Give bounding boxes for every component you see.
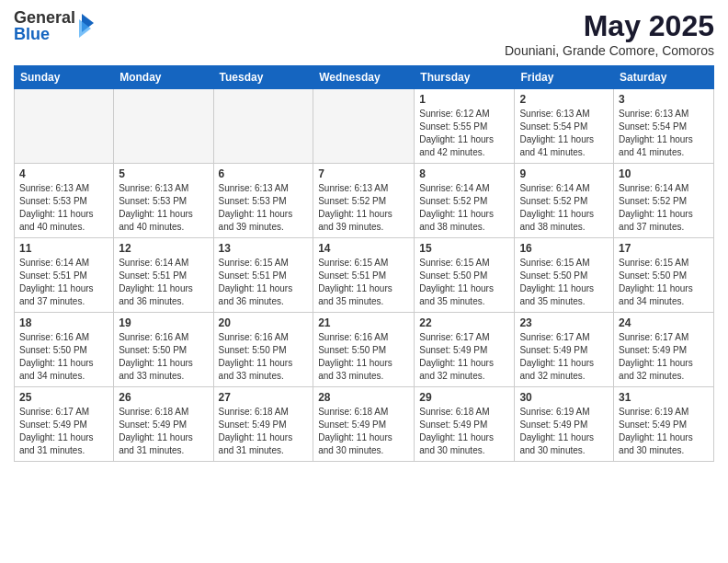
cell-content: Sunrise: 6:13 AM Sunset: 5:53 PM Dayligh… — [219, 182, 309, 234]
calendar-week-row: 1 Sunrise: 6:12 AM Sunset: 5:55 PM Dayli… — [15, 89, 714, 164]
sunrise-label: Sunrise: 6:18 AM — [119, 407, 188, 417]
cell-content: Sunrise: 6:19 AM Sunset: 5:49 PM Dayligh… — [619, 406, 709, 457]
sunset-label: Sunset: 5:53 PM — [219, 196, 287, 206]
daylight-label: Daylight: 11 hours and 37 minutes. — [619, 209, 693, 232]
calendar-week-row: 25 Sunrise: 6:17 AM Sunset: 5:49 PM Dayl… — [15, 387, 714, 462]
sunrise-label: Sunrise: 6:14 AM — [519, 183, 589, 193]
sunrise-label: Sunrise: 6:13 AM — [318, 183, 388, 193]
cell-content: Sunrise: 6:14 AM Sunset: 5:52 PM Dayligh… — [519, 182, 609, 234]
day-number: 19 — [119, 316, 208, 329]
day-number: 14 — [318, 242, 409, 255]
calendar-cell: 14 Sunrise: 6:15 AM Sunset: 5:51 PM Dayl… — [313, 238, 415, 313]
sunrise-label: Sunrise: 6:14 AM — [419, 183, 489, 193]
sunset-label: Sunset: 5:49 PM — [619, 345, 687, 355]
cell-content: Sunrise: 6:14 AM Sunset: 5:52 PM Dayligh… — [419, 182, 509, 234]
sunrise-label: Sunrise: 6:12 AM — [419, 109, 489, 119]
day-number: 30 — [519, 391, 609, 404]
sunrise-label: Sunrise: 6:18 AM — [318, 407, 388, 417]
daylight-label: Daylight: 11 hours and 42 minutes. — [419, 134, 494, 157]
calendar-cell: 12 Sunrise: 6:14 AM Sunset: 5:51 PM Dayl… — [114, 238, 213, 313]
sunrise-label: Sunrise: 6:13 AM — [119, 183, 188, 193]
sunset-label: Sunset: 5:49 PM — [318, 419, 386, 430]
calendar-cell — [313, 89, 415, 164]
daylight-label: Daylight: 11 hours and 31 minutes. — [219, 432, 293, 455]
cell-content: Sunrise: 6:17 AM Sunset: 5:49 PM Dayligh… — [519, 331, 609, 383]
cell-content: Sunrise: 6:15 AM Sunset: 5:51 PM Dayligh… — [219, 257, 309, 308]
cell-content: Sunrise: 6:13 AM Sunset: 5:54 PM Dayligh… — [519, 108, 609, 159]
sunrise-label: Sunrise: 6:13 AM — [619, 109, 688, 119]
daylight-label: Daylight: 11 hours and 31 minutes. — [119, 432, 193, 455]
sunset-label: Sunset: 5:51 PM — [19, 270, 87, 281]
day-number: 28 — [318, 391, 409, 404]
sunset-label: Sunset: 5:50 PM — [318, 345, 386, 355]
day-number: 17 — [619, 242, 709, 255]
sunrise-label: Sunrise: 6:14 AM — [119, 258, 188, 268]
daylight-label: Daylight: 11 hours and 32 minutes. — [619, 358, 693, 381]
sunrise-label: Sunrise: 6:16 AM — [318, 332, 388, 342]
day-number: 4 — [19, 167, 108, 180]
day-number: 29 — [419, 391, 509, 404]
cell-content: Sunrise: 6:18 AM Sunset: 5:49 PM Dayligh… — [419, 406, 509, 457]
daylight-label: Daylight: 11 hours and 38 minutes. — [419, 209, 494, 232]
sunset-label: Sunset: 5:50 PM — [419, 270, 487, 281]
calendar-cell: 11 Sunrise: 6:14 AM Sunset: 5:51 PM Dayl… — [15, 238, 114, 313]
sunrise-label: Sunrise: 6:15 AM — [318, 258, 388, 268]
sunset-label: Sunset: 5:55 PM — [419, 121, 487, 132]
calendar-header-row: SundayMondayTuesdayWednesdayThursdayFrid… — [15, 66, 714, 89]
sunset-label: Sunset: 5:50 PM — [19, 345, 87, 355]
cell-content: Sunrise: 6:18 AM Sunset: 5:49 PM Dayligh… — [318, 406, 409, 457]
logo-general: General — [14, 9, 75, 26]
day-number: 23 — [519, 316, 609, 329]
sunset-label: Sunset: 5:54 PM — [619, 121, 687, 132]
daylight-label: Daylight: 11 hours and 35 minutes. — [419, 283, 494, 306]
sunset-label: Sunset: 5:51 PM — [318, 270, 386, 281]
calendar-cell: 16 Sunrise: 6:15 AM Sunset: 5:50 PM Dayl… — [515, 238, 614, 313]
calendar-cell: 23 Sunrise: 6:17 AM Sunset: 5:49 PM Dayl… — [515, 313, 614, 387]
cell-content: Sunrise: 6:16 AM Sunset: 5:50 PM Dayligh… — [19, 331, 108, 383]
calendar-cell: 28 Sunrise: 6:18 AM Sunset: 5:49 PM Dayl… — [313, 387, 415, 462]
calendar-cell: 15 Sunrise: 6:15 AM Sunset: 5:50 PM Dayl… — [415, 238, 515, 313]
day-number: 2 — [519, 93, 609, 106]
daylight-label: Daylight: 11 hours and 34 minutes. — [19, 358, 94, 381]
sunrise-label: Sunrise: 6:18 AM — [219, 407, 289, 417]
calendar-cell: 22 Sunrise: 6:17 AM Sunset: 5:49 PM Dayl… — [415, 313, 515, 387]
sunrise-label: Sunrise: 6:16 AM — [219, 332, 289, 342]
sunset-label: Sunset: 5:52 PM — [619, 196, 687, 206]
calendar-cell: 26 Sunrise: 6:18 AM Sunset: 5:49 PM Dayl… — [114, 387, 213, 462]
calendar-week-row: 4 Sunrise: 6:13 AM Sunset: 5:53 PM Dayli… — [15, 164, 714, 238]
calendar-cell: 10 Sunrise: 6:14 AM Sunset: 5:52 PM Dayl… — [614, 164, 714, 238]
calendar-cell: 9 Sunrise: 6:14 AM Sunset: 5:52 PM Dayli… — [515, 164, 614, 238]
cell-content: Sunrise: 6:13 AM Sunset: 5:53 PM Dayligh… — [119, 182, 208, 234]
subtitle: Douniani, Grande Comore, Comoros — [505, 43, 714, 58]
day-number: 10 — [619, 167, 709, 180]
daylight-label: Daylight: 11 hours and 38 minutes. — [519, 209, 594, 232]
day-number: 21 — [318, 316, 409, 329]
sunrise-label: Sunrise: 6:15 AM — [219, 258, 289, 268]
sunrise-label: Sunrise: 6:19 AM — [519, 407, 589, 417]
day-number: 27 — [219, 391, 309, 404]
calendar-cell: 6 Sunrise: 6:13 AM Sunset: 5:53 PM Dayli… — [213, 164, 313, 238]
daylight-label: Daylight: 11 hours and 37 minutes. — [19, 283, 94, 306]
sunset-label: Sunset: 5:50 PM — [519, 270, 587, 281]
calendar-cell: 25 Sunrise: 6:17 AM Sunset: 5:49 PM Dayl… — [15, 387, 114, 462]
header: General Blue May 2025 Douniani, Grande C… — [14, 9, 714, 58]
sunrise-label: Sunrise: 6:17 AM — [619, 332, 688, 342]
calendar-cell: 18 Sunrise: 6:16 AM Sunset: 5:50 PM Dayl… — [15, 313, 114, 387]
sunrise-label: Sunrise: 6:17 AM — [519, 332, 589, 342]
daylight-label: Daylight: 11 hours and 40 minutes. — [119, 209, 193, 232]
daylight-label: Daylight: 11 hours and 32 minutes. — [519, 358, 594, 381]
sunrise-label: Sunrise: 6:19 AM — [619, 407, 688, 417]
cell-content: Sunrise: 6:16 AM Sunset: 5:50 PM Dayligh… — [119, 331, 208, 383]
calendar-day-header: Wednesday — [313, 66, 415, 89]
cell-content: Sunrise: 6:17 AM Sunset: 5:49 PM Dayligh… — [19, 406, 108, 457]
day-number: 12 — [119, 242, 208, 255]
sunset-label: Sunset: 5:49 PM — [419, 419, 487, 430]
daylight-label: Daylight: 11 hours and 30 minutes. — [419, 432, 494, 455]
sunset-label: Sunset: 5:50 PM — [219, 345, 287, 355]
sunset-label: Sunset: 5:53 PM — [119, 196, 187, 206]
day-number: 15 — [419, 242, 509, 255]
calendar-week-row: 11 Sunrise: 6:14 AM Sunset: 5:51 PM Dayl… — [15, 238, 714, 313]
page: General Blue May 2025 Douniani, Grande C… — [0, 0, 728, 563]
daylight-label: Daylight: 11 hours and 32 minutes. — [419, 358, 494, 381]
cell-content: Sunrise: 6:15 AM Sunset: 5:50 PM Dayligh… — [619, 257, 709, 308]
